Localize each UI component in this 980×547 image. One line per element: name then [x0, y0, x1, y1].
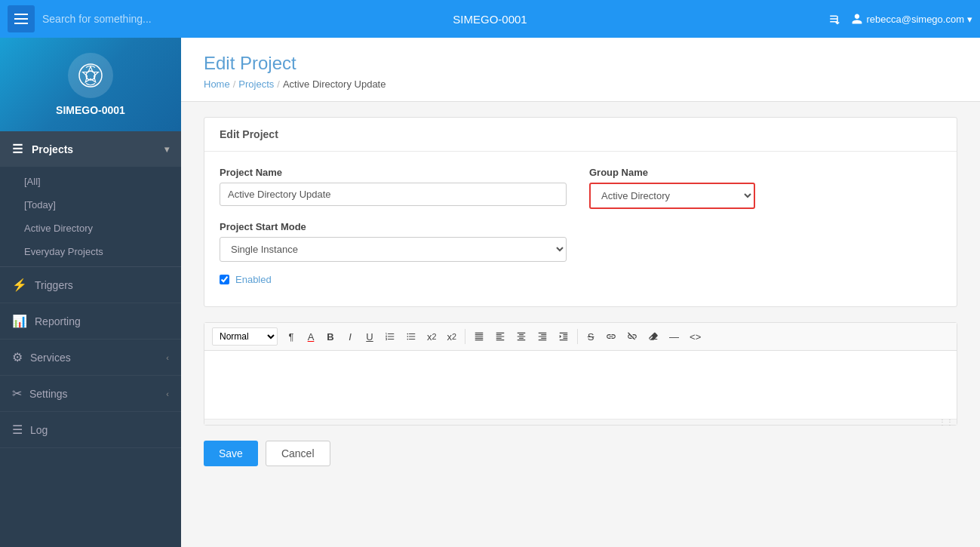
toolbar-link-btn[interactable]: [601, 327, 621, 346]
toolbar-italic-btn[interactable]: I: [341, 327, 359, 346]
log-icon: ☰: [12, 423, 23, 437]
body-layout: SIMEGO-0001 ☰ Projects ▾ [All] [Today] A…: [0, 38, 980, 547]
projects-icon: ☰: [12, 143, 23, 155]
sidebar-item-triggers[interactable]: ⚡ Triggers: [0, 267, 181, 303]
format-select[interactable]: Normal Heading 1 Heading 2 Heading 3: [212, 327, 278, 346]
toolbar-align-right-btn[interactable]: [533, 327, 552, 346]
settings-icon: ✂: [12, 386, 22, 401]
user-email: rebecca@simego.com: [866, 14, 964, 25]
project-name-input[interactable]: [220, 183, 567, 206]
group-name-select[interactable]: Active Directory Everyday Projects None: [589, 183, 755, 209]
breadcrumb: Home / Projects / Active Directory Updat…: [204, 78, 957, 90]
triggers-label: Triggers: [35, 279, 73, 291]
sidebar-item-settings[interactable]: ✂ Settings ‹: [0, 376, 181, 412]
breadcrumb-sep2: /: [277, 78, 280, 90]
form-group-project-name: Project Name: [220, 167, 567, 209]
toolbar-indent-btn[interactable]: [554, 327, 573, 346]
main-content: Edit Project Home / Projects / Active Di…: [181, 38, 980, 547]
reporting-icon: 📊: [12, 314, 27, 328]
settings-chevron: ‹: [166, 389, 169, 398]
logo-title: SIMEGO-0001: [56, 104, 125, 116]
form-card-body: Project Name Group Name Active Directory…: [204, 152, 957, 306]
sidebar-item-everyday-projects[interactable]: Everyday Projects: [0, 240, 181, 263]
breadcrumb-home[interactable]: Home: [204, 78, 230, 90]
toolbar-subscript-btn[interactable]: x2: [422, 327, 441, 346]
editor-content[interactable]: [204, 351, 957, 419]
toolbar-source-btn[interactable]: <>: [685, 327, 705, 346]
action-row: Save Cancel: [204, 441, 957, 481]
toolbar-ordered-list-btn[interactable]: [380, 327, 400, 346]
toolbar-unordered-list-btn[interactable]: [401, 327, 421, 346]
form-card: Edit Project Project Name Group Name Act…: [204, 117, 957, 307]
toolbar-paragraph-btn[interactable]: ¶: [282, 327, 300, 346]
projects-sub-items: [All] [Today] Active Directory Everyday …: [0, 167, 181, 266]
save-button[interactable]: Save: [204, 441, 258, 466]
user-dropdown-chevron: ▾: [967, 14, 972, 25]
top-navbar: SIMEGO-0001 rebecca@simego.com ▾: [0, 0, 980, 38]
services-chevron: ‹: [166, 353, 169, 362]
breadcrumb-projects[interactable]: Projects: [238, 78, 274, 90]
toolbar-underline-btn[interactable]: U: [361, 327, 379, 346]
projects-label: Projects: [32, 143, 73, 155]
services-label: Services: [30, 352, 71, 364]
editor-card: Normal Heading 1 Heading 2 Heading 3 ¶ A…: [204, 322, 957, 426]
enabled-row: Enabled: [220, 274, 942, 285]
start-mode-label: Project Start Mode: [220, 221, 567, 232]
sidebar-item-active-directory[interactable]: Active Directory: [0, 217, 181, 240]
group-name-label: Group Name: [589, 167, 755, 178]
sidebar-item-today[interactable]: [Today]: [0, 193, 181, 217]
toolbar-align-center-btn[interactable]: [512, 327, 531, 346]
breadcrumb-current: Active Directory Update: [283, 78, 386, 90]
toolbar-align-left-btn[interactable]: [490, 327, 510, 346]
toolbar-hr-btn[interactable]: —: [665, 327, 684, 346]
services-icon: ⚙: [12, 350, 23, 364]
search-input[interactable]: [42, 13, 821, 25]
toolbar-sep2: [577, 329, 578, 344]
page-title: Edit Project: [204, 53, 957, 74]
sidebar-item-reporting[interactable]: 📊 Reporting: [0, 303, 181, 340]
form-row-names: Project Name Group Name Active Directory…: [220, 167, 942, 209]
nav-note-button[interactable]: [828, 12, 842, 26]
cancel-button[interactable]: Cancel: [266, 441, 330, 466]
log-label: Log: [30, 424, 48, 436]
nav-user-menu[interactable]: rebecca@simego.com ▾: [851, 13, 972, 25]
form-group-start-mode: Project Start Mode Single Instance Multi…: [220, 221, 567, 262]
sidebar-item-all[interactable]: [All]: [0, 170, 181, 193]
toolbar-eraser-btn[interactable]: [644, 327, 663, 346]
sidebar-logo: SIMEGO-0001: [0, 38, 181, 131]
toolbar-unlink-btn[interactable]: [622, 327, 642, 346]
content-body: Edit Project Project Name Group Name Act…: [181, 102, 980, 496]
sidebar-section-projects: ☰ Projects ▾ [All] [Today] Active Direct…: [0, 131, 181, 267]
form-card-header: Edit Project: [204, 118, 957, 152]
triggers-icon: ⚡: [12, 278, 27, 292]
sidebar-item-log[interactable]: ☰ Log: [0, 412, 181, 448]
nav-right: rebecca@simego.com ▾: [828, 12, 972, 26]
toolbar-superscript-btn[interactable]: x2: [443, 327, 462, 346]
breadcrumb-sep1: /: [233, 78, 236, 90]
toolbar-bold-btn[interactable]: B: [321, 327, 339, 346]
editor-toolbar: Normal Heading 1 Heading 2 Heading 3 ¶ A…: [204, 323, 957, 351]
toolbar-sep1: [465, 329, 465, 344]
toolbar-font-color-btn[interactable]: A: [302, 327, 320, 346]
editor-resize-handle: ⋮⋮: [204, 419, 957, 425]
form-group-group-name: Group Name Active Directory Everyday Pro…: [589, 167, 755, 209]
reporting-label: Reporting: [35, 315, 81, 327]
enabled-checkbox[interactable]: [220, 275, 229, 284]
toolbar-strikethrough-btn[interactable]: S: [582, 327, 600, 346]
project-name-label: Project Name: [220, 167, 567, 178]
toolbar-align-justify-btn[interactable]: [469, 327, 489, 346]
settings-label: Settings: [29, 388, 68, 400]
sidebar: SIMEGO-0001 ☰ Projects ▾ [All] [Today] A…: [0, 38, 181, 547]
nav-toggle-button[interactable]: [8, 5, 35, 32]
content-header: Edit Project Home / Projects / Active Di…: [181, 38, 980, 102]
enabled-label[interactable]: Enabled: [235, 274, 272, 285]
logo-icon: [68, 53, 113, 98]
start-mode-select[interactable]: Single Instance Multiple Instance: [220, 237, 567, 262]
form-row-start-mode: Project Start Mode Single Instance Multi…: [220, 221, 942, 262]
projects-chevron: ▾: [164, 144, 169, 155]
nav-center-title: SIMEGO-0001: [453, 13, 527, 26]
sidebar-projects-header[interactable]: ☰ Projects ▾: [0, 131, 181, 167]
sidebar-item-services[interactable]: ⚙ Services ‹: [0, 340, 181, 376]
